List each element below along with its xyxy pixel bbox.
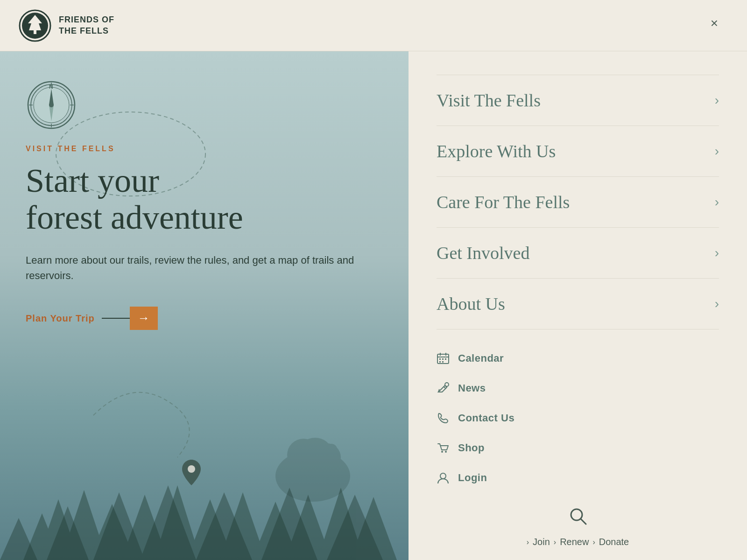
logo-icon <box>19 9 51 42</box>
shop-label: Shop <box>458 442 485 454</box>
svg-point-11 <box>49 103 54 107</box>
join-chevron-icon: › <box>527 538 529 546</box>
nav-item-about-us[interactable]: About Us › <box>437 279 719 329</box>
chevron-right-icon: › <box>715 144 719 159</box>
cart-icon <box>437 441 450 455</box>
main-nav: Visit The Fells › Explore With Us › Care… <box>437 75 719 329</box>
svg-rect-50 <box>442 361 444 363</box>
user-icon <box>437 471 450 484</box>
svg-point-53 <box>441 451 443 453</box>
sub-nav-login[interactable]: Login <box>437 463 719 493</box>
sub-nav-shop[interactable]: Shop <box>437 433 719 463</box>
svg-rect-48 <box>445 358 446 360</box>
svg-point-54 <box>445 451 447 453</box>
nav-item-explore-with-us[interactable]: Explore With Us › <box>437 126 719 177</box>
sub-nav-news[interactable]: News <box>437 373 719 403</box>
arrow-icon: → <box>138 311 150 325</box>
svg-rect-49 <box>439 361 441 363</box>
left-panel: N VISIT THE FELLS Start your forest adve… <box>0 51 409 560</box>
sub-nav-contact[interactable]: Contact Us <box>437 403 719 433</box>
calendar-label: Calendar <box>458 352 504 364</box>
chevron-right-icon: › <box>715 245 719 260</box>
nav-item-care-for-the-fells[interactable]: Care For The Fells › <box>437 177 719 228</box>
login-label: Login <box>458 472 487 484</box>
sub-nav-calendar[interactable]: Calendar <box>437 343 719 373</box>
right-panel: Visit The Fells › Explore With Us › Care… <box>409 51 747 560</box>
nav-label: About Us <box>437 294 505 314</box>
news-label: News <box>458 382 486 394</box>
search-button[interactable] <box>569 507 587 527</box>
sub-nav: Calendar News Contact Us <box>437 343 719 493</box>
nav-label: Visit The Fells <box>437 90 541 111</box>
svg-rect-3 <box>34 30 36 34</box>
renew-chevron-icon: › <box>554 538 556 546</box>
contact-label: Contact Us <box>458 412 514 424</box>
visit-label: VISIT THE FELLS <box>26 145 383 153</box>
close-button[interactable]: × <box>705 14 724 33</box>
chevron-right-icon: › <box>715 93 719 108</box>
chevron-right-icon: › <box>715 195 719 210</box>
donate-link[interactable]: Donate <box>599 537 629 547</box>
nav-label: Get Involved <box>437 243 529 263</box>
news-icon <box>437 382 450 395</box>
left-content: VISIT THE FELLS Start your forest advent… <box>26 145 383 330</box>
logo-text: FRIENDS OF THE FELLS <box>59 14 114 36</box>
main-heading: Start your forest adventure <box>26 162 383 236</box>
chevron-right-icon: › <box>715 296 719 311</box>
bottom-links: › Join › Renew › Donate <box>527 537 629 547</box>
renew-link[interactable]: Renew <box>560 537 589 547</box>
svg-rect-47 <box>442 358 444 360</box>
svg-point-55 <box>440 473 446 479</box>
nav-label: Care For The Fells <box>437 192 570 212</box>
plan-trip-label: Plan Your Trip <box>26 313 95 324</box>
description-text: Learn more about our trails, review the … <box>26 252 376 283</box>
donate-chevron-icon: › <box>592 538 595 546</box>
nav-item-get-involved[interactable]: Get Involved › <box>437 228 719 279</box>
nav-label: Explore With Us <box>437 141 556 161</box>
compass-illustration: N <box>26 79 77 131</box>
header: FRIENDS OF THE FELLS × <box>0 0 747 51</box>
nav-item-visit-the-fells[interactable]: Visit The Fells › <box>437 75 719 126</box>
svg-rect-46 <box>439 358 441 360</box>
phone-icon <box>437 412 450 425</box>
svg-line-57 <box>581 519 586 524</box>
svg-point-41 <box>188 465 195 473</box>
location-pin-icon <box>182 460 201 485</box>
svg-point-40 <box>299 438 331 466</box>
calendar-icon <box>437 352 450 365</box>
svg-point-52 <box>445 383 449 386</box>
svg-line-51 <box>444 386 445 388</box>
plan-trip-cta[interactable]: Plan Your Trip → <box>26 307 383 330</box>
bear-silhouette <box>254 411 371 504</box>
plan-trip-arrow: → <box>102 307 158 330</box>
bottom-section: › Join › Renew › Donate <box>437 493 719 547</box>
join-link[interactable]: Join <box>533 537 550 547</box>
logo[interactable]: FRIENDS OF THE FELLS <box>19 9 114 42</box>
